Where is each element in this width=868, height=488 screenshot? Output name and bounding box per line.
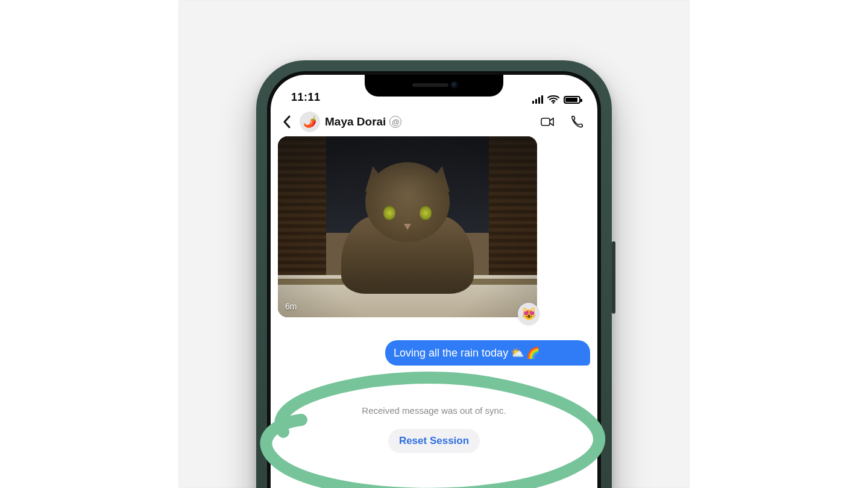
phone-bezel: 11:11 🌶️ Maya Dorai @ [267, 71, 601, 488]
message-timestamp: 6m [285, 302, 297, 311]
outgoing-message-bubble[interactable]: Loving all the rain today ⛅ 🌈 [385, 340, 590, 366]
conversation-header: 🌶️ Maya Dorai @ [271, 107, 597, 136]
avatar-emoji: 🌶️ [303, 115, 316, 128]
reaction-emoji: 😻 [521, 306, 536, 321]
avatar[interactable]: 🌶️ [300, 112, 320, 132]
wifi-icon [547, 95, 559, 104]
rainbow-emoji-icon: 🌈 [526, 346, 539, 360]
contact-name[interactable]: Maya Dorai [325, 115, 386, 128]
battery-icon [564, 96, 580, 104]
system-message: Received message was out of sync. [278, 405, 590, 416]
phone-notch [365, 75, 503, 97]
reaction-badge[interactable]: 😻 [518, 303, 539, 325]
back-button[interactable] [279, 114, 295, 130]
weather-emoji-icon: ⛅ [511, 346, 524, 360]
reset-session-button[interactable]: Reset Session [388, 429, 480, 453]
video-call-button[interactable] [536, 110, 560, 134]
svg-point-0 [553, 102, 555, 104]
figure-stage: 11:11 🌶️ Maya Dorai @ [178, 0, 690, 488]
audio-call-button[interactable] [565, 110, 589, 134]
incoming-photo-message[interactable]: 6m [278, 136, 537, 317]
signal-icon [532, 95, 543, 104]
mention-badge-icon: @ [389, 116, 401, 128]
phone-screen: 11:11 🌶️ Maya Dorai @ [271, 75, 597, 488]
phone-frame: 11:11 🌶️ Maya Dorai @ [256, 60, 612, 488]
status-time: 11:11 [291, 91, 321, 104]
svg-rect-1 [541, 118, 550, 125]
message-thread[interactable]: 6m 😻 Loving all the rain today ⛅ 🌈 Recei… [271, 136, 597, 453]
outgoing-message-text: Loving all the rain today [394, 347, 508, 360]
